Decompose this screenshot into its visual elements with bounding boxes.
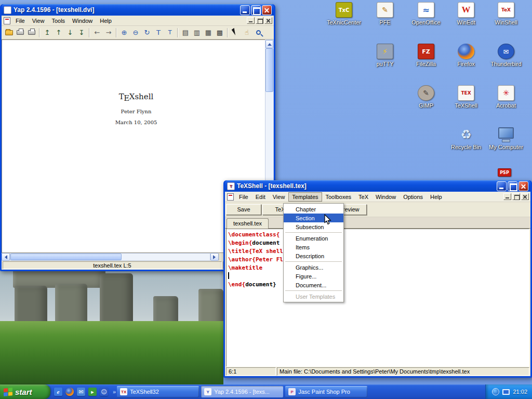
mdi-close-button[interactable]	[264, 17, 272, 24]
desktop-icon-acrobat[interactable]: ✳Acrobat	[487, 85, 525, 109]
menu-item-figure[interactable]: Figure...	[284, 272, 343, 281]
forward-icon[interactable]: →	[103, 27, 114, 38]
taskbar-task-texshell32[interactable]: TXTeXShell32	[117, 386, 199, 397]
task-buttons: TXTeXShell32YYap 2.4.1596 - [texs...PJas…	[116, 386, 368, 397]
close-button[interactable]	[262, 5, 272, 15]
tab-texshell-tex[interactable]: texshell.tex	[227, 218, 269, 229]
refresh-icon[interactable]: ↻	[141, 27, 153, 38]
menu-help[interactable]: Help	[427, 192, 446, 202]
mdi-minimize-button[interactable]	[503, 193, 511, 200]
desktop-icon-gimp[interactable]: ✎GIMP	[407, 85, 445, 109]
layout-grid-icon[interactable]: ▩	[214, 27, 225, 38]
desktop-icon-my-computer[interactable]: My Computer	[487, 127, 525, 150]
desktop-icon-firefox[interactable]: Firefox	[447, 44, 485, 67]
zoom-in-icon[interactable]: ⊕	[118, 27, 130, 38]
scroll-thumb[interactable]	[10, 254, 122, 260]
scroll-right-button[interactable]	[210, 253, 219, 261]
menu-edit[interactable]: Edit	[252, 192, 269, 202]
menu-tex[interactable]: TeX	[355, 192, 372, 202]
menu-item-document[interactable]: Document...	[284, 281, 343, 289]
print-setup-icon[interactable]	[26, 27, 37, 38]
desktop-icon-winedt[interactable]: WWinEdt	[447, 2, 485, 25]
scroll-left-button[interactable]	[2, 253, 10, 261]
scroll-thumb[interactable]	[265, 48, 273, 92]
yap-titlebar[interactable]: Yap 2.4.1596 - [texshell.dvi]	[2, 4, 274, 16]
mdi-restore-button[interactable]	[512, 193, 520, 200]
layout-continuous-icon[interactable]: ▥	[191, 27, 203, 38]
taskbar-task-yap-2-4-1596-texs[interactable]: YYap 2.4.1596 - [texs...	[201, 386, 283, 397]
mdi-minimize-button[interactable]	[247, 17, 255, 24]
desktop-icon-label: My Computer	[487, 144, 525, 150]
quicklaunch-mail[interactable]: ✉	[77, 388, 85, 396]
network-icon[interactable]	[502, 389, 510, 395]
yap-menu-window[interactable]: Window	[69, 16, 96, 25]
desktop[interactable]: TxCTeXnicCenter✎PFE≈OpenOfficeWWinEdtTeX…	[0, 0, 532, 399]
first-page-icon[interactable]: ↥	[42, 27, 53, 38]
prev-page-icon[interactable]: ↑	[53, 27, 64, 38]
next-page-icon[interactable]: ↓	[64, 27, 76, 38]
menu-item-description[interactable]: Description	[284, 251, 343, 260]
texshell-titlebar[interactable]: T TeXShell - [texshell.tex]	[225, 180, 530, 192]
menu-item-graphics[interactable]: Graphics...	[284, 263, 343, 272]
desktop-icon-winshell[interactable]: TeXWinShell	[487, 2, 525, 25]
menu-window[interactable]: Window	[372, 192, 400, 202]
tray-status-icon[interactable]	[492, 388, 499, 395]
desktop-icon-putty[interactable]: ⚡puTTY	[366, 44, 404, 67]
menu-toolboxes[interactable]: Toolboxes	[322, 192, 355, 202]
yap-menu-view[interactable]: View	[29, 16, 48, 25]
hand-tool-icon[interactable]: ☝	[241, 27, 252, 38]
zoom-out-icon[interactable]: ⊖	[130, 27, 141, 38]
last-page-icon[interactable]: ↧	[76, 27, 87, 38]
maximize-button[interactable]	[508, 181, 517, 191]
close-button[interactable]	[518, 181, 528, 191]
menu-item-items[interactable]: Items	[284, 243, 343, 251]
yap-window-title: Yap 2.4.1596 - [texshell.dvi]	[14, 6, 94, 14]
desktop-icon-thunderbird[interactable]: ✉Thunderbird	[487, 44, 525, 67]
quicklaunch-media-player[interactable]: ▸	[88, 388, 97, 396]
print-icon[interactable]	[15, 27, 26, 38]
quicklaunch-messenger[interactable]: ☺	[100, 388, 108, 396]
menu-file[interactable]: File	[235, 192, 252, 202]
select-tool-icon[interactable]	[230, 27, 241, 38]
menu-item-user-templates[interactable]: User Templates	[284, 292, 343, 301]
desktop-icon-texniccenter[interactable]: TxCTeXnicCenter	[325, 2, 363, 25]
layout-single-page-icon[interactable]: ▤	[180, 27, 191, 38]
yap-menu-tools[interactable]: Tools	[48, 16, 69, 25]
layout-two-page-icon[interactable]: ▦	[203, 27, 214, 38]
quicklaunch-internet-explorer[interactable]: e	[54, 388, 62, 396]
ruler-tool-icon[interactable]: T	[153, 27, 164, 38]
mdi-restore-button[interactable]	[256, 17, 263, 24]
scroll-track[interactable]	[10, 253, 210, 261]
minimize-button[interactable]	[497, 181, 507, 191]
scroll-up-button[interactable]	[265, 40, 273, 48]
menu-item-subsection[interactable]: Subsection	[284, 222, 343, 231]
menu-templates[interactable]: Templates	[288, 192, 322, 202]
desktop-icon-openoffice[interactable]: ≈OpenOffice	[407, 2, 445, 25]
minimize-button[interactable]	[240, 5, 250, 15]
clock[interactable]: 21:02	[513, 389, 527, 395]
desktop-icon-paint-shop-pro[interactable]: PSP	[486, 168, 523, 177]
desktop-icon-texshell[interactable]: TEXTeXShell	[447, 85, 485, 109]
menu-item-section[interactable]: Section	[284, 214, 343, 222]
maximize-button[interactable]	[251, 5, 261, 15]
menu-item-enumeration[interactable]: Enumeration	[284, 234, 343, 243]
yap-menu-help[interactable]: Help	[96, 16, 115, 25]
mdi-close-button[interactable]	[521, 193, 529, 200]
menu-item-chapter[interactable]: Chapter	[284, 205, 343, 214]
toolbar-button-save[interactable]: Save	[226, 204, 261, 215]
magnifier-icon[interactable]	[252, 27, 264, 38]
menu-separator	[285, 232, 342, 233]
menu-options[interactable]: Options	[400, 192, 427, 202]
open-icon[interactable]	[3, 27, 15, 38]
taskbar-task-jasc-paint-shop-pro[interactable]: PJasc Paint Shop Pro	[285, 386, 367, 397]
text-tool-icon[interactable]: T	[164, 27, 176, 38]
quicklaunch-firefox[interactable]	[65, 388, 74, 396]
desktop-icon-pfe[interactable]: ✎PFE	[366, 2, 404, 25]
yap-menu-file[interactable]: File	[12, 16, 29, 25]
back-icon[interactable]: ←	[91, 27, 103, 38]
desktop-icon-recycle-bin[interactable]: ♻Recycle Bin	[447, 127, 485, 150]
start-button[interactable]: start	[0, 384, 50, 399]
menu-view[interactable]: View	[269, 192, 289, 202]
code-editor[interactable]: \documentclass{\begin{document\title{TeX…	[226, 229, 529, 367]
desktop-icon-filezilla[interactable]: FZFileZilla	[407, 44, 445, 67]
